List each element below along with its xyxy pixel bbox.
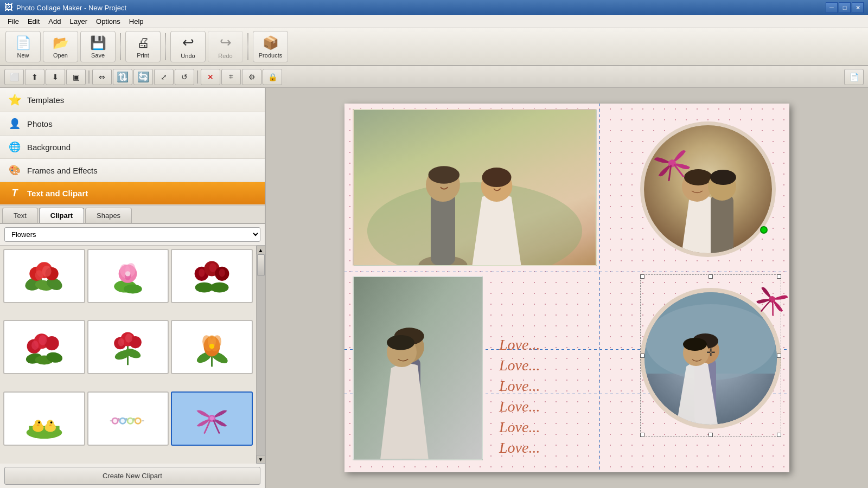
nav-background[interactable]: 🌐 Background <box>0 136 265 159</box>
menu-help[interactable]: Help <box>125 16 148 27</box>
svg-point-104 <box>683 338 707 351</box>
photo3-cell[interactable] <box>353 276 483 460</box>
svg-point-54 <box>47 420 54 427</box>
clipart-grid <box>0 246 256 464</box>
menu-add[interactable]: Add <box>44 16 65 27</box>
handle-right[interactable] <box>777 354 781 358</box>
grid-scrollbar[interactable]: ▲ ▼ <box>256 246 265 464</box>
group-button[interactable]: ▣ <box>66 69 86 85</box>
tab-shapes[interactable]: Shapes <box>85 208 132 223</box>
save-icon: 💾 <box>90 35 106 50</box>
print-button[interactable]: 🖨 Print <box>125 31 161 62</box>
flip-h-button[interactable]: 🔃 <box>113 69 132 85</box>
resize-handle[interactable] <box>760 226 768 234</box>
menu-layer[interactable]: Layer <box>66 16 92 27</box>
handle-bottom-left[interactable] <box>640 433 644 437</box>
undo-button[interactable]: ↩ Undo <box>170 31 206 62</box>
clipart-item[interactable] <box>3 249 85 303</box>
crop-button[interactable]: ⌗ <box>221 69 241 85</box>
love-text-area: Love... Love... Love... Love... Love... … <box>488 326 618 467</box>
minimize-button[interactable]: ─ <box>826 2 838 13</box>
svg-point-38 <box>125 333 132 343</box>
tab-clipart[interactable]: Clipart <box>39 208 84 223</box>
svg-point-6 <box>35 270 43 280</box>
select-all-button[interactable]: ⬜ <box>4 69 24 85</box>
love-line-1: Love... <box>499 336 540 354</box>
toolbar-sep-3 <box>247 33 248 60</box>
clipart-item[interactable] <box>171 320 253 374</box>
nav-templates[interactable]: ⭐ Templates <box>0 88 265 112</box>
main-content: ⭐ Templates 👤 Photos 🌐 Background 🎨 Fram… <box>0 88 868 488</box>
scroll-thumb[interactable] <box>257 254 265 276</box>
print-icon: 🖨 <box>137 35 150 50</box>
redo-button[interactable]: ↪ Redo <box>208 31 243 62</box>
nav-background-label: Background <box>27 143 71 152</box>
photo1-cell[interactable] <box>353 109 597 266</box>
create-clipart-button[interactable]: Create New Clipart <box>4 467 260 485</box>
handle-bottom[interactable] <box>709 433 713 437</box>
handle-bottom-right[interactable] <box>777 433 781 437</box>
svg-point-33 <box>124 346 142 359</box>
scroll-up-button[interactable]: ▲ <box>257 246 265 254</box>
sec-sep-1 <box>88 70 90 84</box>
left-panel: ⭐ Templates 👤 Photos 🌐 Background 🎨 Fram… <box>0 88 266 488</box>
handle-left[interactable] <box>640 354 644 358</box>
clipart-item[interactable] <box>87 320 169 374</box>
new-button[interactable]: 📄 New <box>5 31 41 62</box>
svg-point-28 <box>44 336 59 350</box>
settings-button[interactable]: ⚙ <box>242 69 261 85</box>
app-icon: 🖼 <box>4 3 13 12</box>
svg-point-61 <box>121 419 125 423</box>
svg-point-7 <box>42 265 52 277</box>
rotate-l-button[interactable]: ↺ <box>175 69 194 85</box>
flip-v-button[interactable]: 🔄 <box>133 69 153 85</box>
titlebar: 🖼 Photo Collage Maker - New Project ─ □ … <box>0 0 868 15</box>
handle-top-right[interactable] <box>777 274 781 279</box>
category-select[interactable]: Flowers Animals Nature Holiday Food Spor… <box>4 227 260 242</box>
side-nav: ⭐ Templates 👤 Photos 🌐 Background 🎨 Fram… <box>0 88 265 206</box>
clipart-item[interactable] <box>171 249 253 303</box>
open-button[interactable]: 📂 Open <box>43 31 78 62</box>
tab-text[interactable]: Text <box>2 208 38 223</box>
clipart-item[interactable] <box>87 249 169 303</box>
svg-point-20 <box>199 268 205 277</box>
menu-file[interactable]: File <box>3 16 23 27</box>
delete-button[interactable]: ✕ <box>201 69 220 85</box>
clipart-item[interactable] <box>3 320 85 374</box>
send-back-button[interactable]: ⬇ <box>46 69 65 85</box>
svg-point-50 <box>35 420 42 427</box>
nav-text-clipart[interactable]: T Text and Clipart <box>0 182 265 205</box>
page-view-button[interactable]: 📄 <box>844 69 864 85</box>
svg-point-68 <box>133 418 136 421</box>
handle-top[interactable] <box>709 274 713 279</box>
nav-templates-label: Templates <box>27 95 64 105</box>
products-icon: 📦 <box>263 35 279 50</box>
lock-button[interactable]: 🔒 <box>263 69 282 85</box>
clipart-item[interactable] <box>3 391 85 446</box>
bring-front-button[interactable]: ⬆ <box>25 69 44 85</box>
maximize-button[interactable]: □ <box>839 2 851 13</box>
scroll-track[interactable] <box>257 254 265 455</box>
clipart-item[interactable] <box>87 391 169 446</box>
menu-edit[interactable]: Edit <box>23 16 44 27</box>
love-line-4: Love... <box>499 398 540 415</box>
menu-options[interactable]: Options <box>92 16 125 27</box>
products-button[interactable]: 📦 Products <box>253 31 288 62</box>
handle-top-left[interactable] <box>640 274 644 279</box>
align-h-button[interactable]: ⇔ <box>92 69 112 85</box>
redo-label: Redo <box>218 53 232 59</box>
collage-canvas[interactable]: Love... Love... Love... Love... Love... … <box>344 104 789 472</box>
flip-d-button[interactable]: ⤢ <box>154 69 174 85</box>
scroll-down-button[interactable]: ▼ <box>257 455 265 464</box>
menubar: File Edit Add Layer Options Help <box>0 15 868 28</box>
print-label: Print <box>137 52 149 59</box>
text-clipart-icon: T <box>8 188 22 199</box>
nav-frames[interactable]: 🎨 Frames and Effects <box>0 159 265 182</box>
category-dropdown-row: Flowers Animals Nature Holiday Food Spor… <box>0 224 265 246</box>
photo4-cell[interactable]: ✛ <box>637 272 784 440</box>
close-button[interactable]: ✕ <box>852 2 864 13</box>
clipart-item-bow[interactable] <box>171 391 253 446</box>
save-button[interactable]: 💾 Save <box>80 31 116 62</box>
nav-photos[interactable]: 👤 Photos <box>0 112 265 136</box>
svg-point-30 <box>39 335 47 345</box>
